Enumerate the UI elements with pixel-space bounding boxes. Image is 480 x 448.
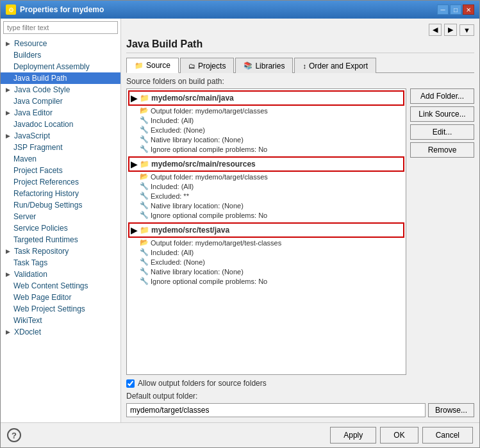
- folder-header-1[interactable]: ▶ 📁 mydemo/src/main/java: [128, 90, 404, 106]
- list-item: 🔧 Ignore optional compile problems: No: [138, 276, 404, 286]
- sidebar-item-refactoring-history[interactable]: Refactoring History: [1, 188, 120, 199]
- included-icon: 🔧: [140, 182, 149, 190]
- tab-order-export[interactable]: ↕ Order and Export: [294, 58, 376, 73]
- source-icon: 📁: [135, 62, 144, 70]
- child-label: Native library location: (None): [151, 136, 244, 144]
- child-label: Included: (All): [151, 183, 194, 190]
- sidebar-item-label: XDoclet: [14, 328, 41, 336]
- sidebar-item-label: Project References: [13, 178, 79, 187]
- apply-button[interactable]: Apply: [330, 427, 376, 444]
- sidebar-tree: ▶ Resource Builders Deployment Assembly …: [1, 37, 120, 422]
- sidebar-item-javadoc[interactable]: Javadoc Location: [1, 119, 120, 130]
- link-source-button[interactable]: Link Source...: [410, 106, 474, 122]
- list-item: 🔧 Included: (All): [138, 247, 404, 257]
- title-bar-left: ⚙ Properties for mydemo: [6, 4, 104, 15]
- tab-source[interactable]: 📁 Source: [126, 58, 179, 73]
- order-export-icon: ↕: [302, 62, 306, 70]
- sidebar-item-java-code-style[interactable]: ▶ Java Code Style: [1, 84, 120, 95]
- sidebar-item-wikitext[interactable]: WikiText: [1, 315, 120, 326]
- child-label: Ignore optional compile problems: No: [151, 278, 267, 285]
- help-button[interactable]: ?: [7, 428, 21, 442]
- sidebar-item-label: Builders: [13, 51, 41, 60]
- folder-header-3[interactable]: ▶ 📁 mydemo/src/test/java: [128, 222, 404, 238]
- title-bar: ⚙ Properties for mydemo ─ □ ✕: [1, 1, 479, 19]
- ok-button[interactable]: OK: [380, 427, 418, 444]
- tab-libraries-label: Libraries: [255, 62, 285, 71]
- sidebar-item-jsp-fragment[interactable]: JSP Fragment: [1, 142, 120, 153]
- folder-header-2[interactable]: ▶ 📁 mydemo/src/main/resources: [128, 156, 404, 172]
- sidebar-item-validation[interactable]: ▶ Validation: [1, 269, 120, 280]
- tab-source-label: Source: [146, 61, 170, 70]
- default-output-input[interactable]: [126, 403, 426, 417]
- sidebar-item-java-compiler[interactable]: Java Compiler: [1, 95, 120, 107]
- cancel-button[interactable]: Cancel: [422, 427, 473, 444]
- sidebar-item-label: Deployment Assembly: [13, 62, 90, 71]
- native-icon: 🔧: [140, 267, 149, 276]
- sidebar-item-java-build-path[interactable]: Java Build Path: [1, 72, 120, 84]
- folder-expand-icon: ▶: [131, 159, 138, 169]
- native-icon: 🔧: [140, 201, 149, 210]
- output-icon: 📂: [140, 172, 149, 181]
- dropdown-button[interactable]: ▼: [459, 24, 474, 36]
- remove-button[interactable]: Remove: [410, 142, 474, 158]
- sidebar-item-project-facets[interactable]: Project Facets: [1, 165, 120, 176]
- sidebar-item-java-editor[interactable]: ▶ Java Editor: [1, 107, 120, 119]
- expand-arrow: ▶: [6, 110, 12, 116]
- build-path-container: ▶ 📁 mydemo/src/main/java 📂 Output folder…: [126, 88, 474, 375]
- dialog-buttons: Apply OK Cancel: [330, 427, 473, 444]
- sidebar-item-server[interactable]: Server: [1, 211, 120, 222]
- list-item: 🔧 Included: (All): [138, 181, 404, 191]
- native-icon: 🔧: [140, 135, 149, 144]
- browse-button[interactable]: Browse...: [428, 403, 474, 417]
- sidebar-item-label: Targeted Runtimes: [13, 235, 78, 244]
- list-item: 🔧 Excluded: **: [138, 191, 404, 201]
- sidebar-item-resource[interactable]: ▶ Resource: [1, 38, 120, 49]
- sidebar-item-label: Java Editor: [14, 108, 53, 117]
- sidebar-item-builders[interactable]: Builders: [1, 49, 120, 61]
- sidebar-item-maven[interactable]: Maven: [1, 153, 120, 165]
- ignore-icon: 🔧: [140, 277, 149, 285]
- expand-arrow: ▶: [6, 271, 12, 278]
- window-title: Properties for mydemo: [20, 5, 104, 14]
- sidebar-item-label: Java Build Path: [13, 74, 67, 83]
- tab-projects-label: Projects: [198, 62, 226, 71]
- sidebar-item-javascript[interactable]: ▶ JavaScript: [1, 130, 120, 142]
- tab-projects[interactable]: 🗂 Projects: [180, 58, 234, 73]
- maximize-button[interactable]: □: [450, 4, 461, 15]
- sidebar-item-label: Validation: [14, 270, 47, 279]
- allow-output-checkbox[interactable]: [126, 379, 135, 388]
- source-folders-panel: ▶ 📁 mydemo/src/main/java 📂 Output folder…: [126, 88, 406, 375]
- sidebar-item-web-project-settings[interactable]: Web Project Settings: [1, 303, 120, 315]
- sidebar: ▶ Resource Builders Deployment Assembly …: [1, 19, 121, 422]
- folder-group-1: ▶ 📁 mydemo/src/main/java 📂 Output folder…: [128, 90, 404, 154]
- sidebar-item-label: Web Page Editor: [13, 293, 72, 302]
- folder-icon-img: 📁: [140, 160, 149, 169]
- sidebar-item-xdoclet[interactable]: ▶ XDoclet: [1, 326, 120, 338]
- sidebar-item-label: Java Code Style: [14, 85, 70, 94]
- folder-name-2: mydemo/src/main/resources: [151, 160, 256, 169]
- sidebar-item-task-repository[interactable]: ▶ Task Repository: [1, 245, 120, 257]
- folder-group-3: ▶ 📁 mydemo/src/test/java 📂 Output folder…: [128, 222, 404, 286]
- child-label: Included: (All): [151, 249, 194, 256]
- minimize-button[interactable]: ─: [437, 4, 449, 15]
- sidebar-item-web-content-settings[interactable]: Web Content Settings: [1, 280, 120, 292]
- sidebar-item-web-page-editor[interactable]: Web Page Editor: [1, 292, 120, 303]
- sidebar-item-task-tags[interactable]: Task Tags: [1, 257, 120, 269]
- sidebar-item-run-debug[interactable]: Run/Debug Settings: [1, 199, 120, 211]
- back-button[interactable]: ◀: [429, 24, 442, 36]
- forward-button[interactable]: ▶: [444, 24, 457, 36]
- expand-arrow: ▶: [6, 40, 12, 47]
- sidebar-item-project-references[interactable]: Project References: [1, 176, 120, 188]
- sidebar-item-deployment-assembly[interactable]: Deployment Assembly: [1, 61, 120, 72]
- list-item: 📂 Output folder: mydemo/target/classes: [138, 172, 404, 181]
- tab-libraries[interactable]: 📚 Libraries: [235, 58, 293, 73]
- sidebar-item-label: Java Compiler: [13, 97, 63, 106]
- filter-input[interactable]: [3, 21, 118, 34]
- add-folder-button[interactable]: Add Folder...: [410, 88, 474, 104]
- sidebar-item-label: Service Policies: [13, 224, 68, 233]
- close-button[interactable]: ✕: [463, 4, 474, 15]
- edit-button[interactable]: Edit...: [410, 124, 474, 140]
- sidebar-item-service-policies[interactable]: Service Policies: [1, 222, 120, 234]
- folder-expand-icon: ▶: [131, 225, 138, 235]
- sidebar-item-targeted-runtimes[interactable]: Targeted Runtimes: [1, 234, 120, 245]
